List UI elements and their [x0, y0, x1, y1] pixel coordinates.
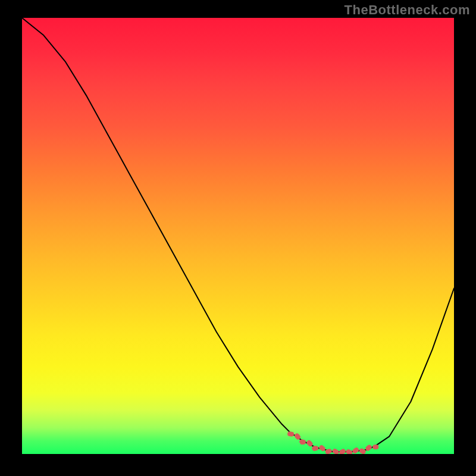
watermark: TheBottleneck.com	[345, 2, 470, 18]
optimal-range-marker	[290, 434, 376, 453]
plot-area	[22, 18, 454, 454]
curve-layer	[22, 18, 454, 454]
bottleneck-curve	[22, 18, 454, 452]
chart-container: TheBottleneck.com	[0, 0, 476, 476]
